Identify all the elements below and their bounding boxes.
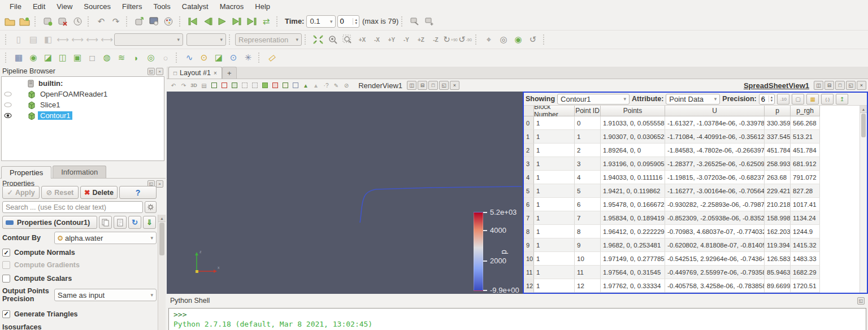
time-value-combo[interactable]: 0.1 ▾	[306, 15, 336, 28]
popout-view-icon[interactable]: ◱	[439, 81, 449, 90]
eye-closed-icon[interactable]	[2, 92, 14, 97]
table-row[interactable]: 1111.90307, 0, 0.0306522-1.71084, -4.409…	[524, 130, 867, 144]
table-cell[interactable]: 1244.9	[791, 225, 820, 238]
table-cell[interactable]: 1	[534, 252, 575, 266]
split-horizontal-icon[interactable]: ◫	[814, 81, 823, 90]
color-legend[interactable]	[474, 212, 483, 291]
clear-selection-icon[interactable]: ⊘	[341, 81, 351, 90]
table-row[interactable]: 101101.97149, 0, 0.277785-0.542515, 2.92…	[524, 252, 867, 266]
table-cell[interactable]: 158.998	[765, 211, 791, 225]
last-frame-icon[interactable]	[244, 15, 259, 28]
table-cell[interactable]: 791.072	[791, 171, 820, 184]
probe-location-icon[interactable]: ◪	[211, 51, 226, 64]
scroll-up-icon[interactable]: ▲	[860, 106, 867, 113]
table-cell[interactable]: -0.930282, -2.25893e-06, -0.798774	[665, 198, 765, 211]
play-icon[interactable]	[215, 15, 229, 28]
open-file-icon[interactable]	[2, 15, 17, 28]
gear-icon[interactable]	[145, 201, 157, 213]
table-cell[interactable]: 4	[575, 171, 601, 184]
table-cell[interactable]: 330.359	[765, 116, 791, 130]
output-points-precision-combo[interactable]: Same as input ▾	[54, 289, 157, 301]
select-block-icon[interactable]	[260, 81, 270, 90]
interactive-select-points-icon[interactable]	[280, 81, 290, 90]
precision-input[interactable]	[760, 95, 769, 103]
column-header-block-number[interactable]: Block Number	[534, 106, 575, 116]
spreadsheet-scrollbar[interactable]: ▲	[860, 106, 867, 293]
table-cell[interactable]: 1	[534, 144, 575, 157]
rotate-90-ccw-icon[interactable]: ↺ -90	[458, 33, 472, 46]
restore-defaults-icon[interactable]: ↻	[128, 216, 141, 229]
edit-scalar-bar-icon[interactable]: ✎	[331, 81, 341, 90]
zoom-to-box-icon[interactable]	[340, 33, 355, 46]
contour-filter-icon[interactable]: ◉	[26, 51, 41, 64]
table-cell[interactable]: 513.21	[791, 130, 820, 144]
spin-arrows[interactable]: ▴▾	[353, 18, 359, 25]
view-plus-z-icon[interactable]: +Z	[414, 33, 428, 46]
view-plus-x-icon[interactable]: +X	[355, 33, 370, 46]
spin-arrows[interactable]: ▴▾	[769, 95, 775, 102]
table-cell[interactable]: -1.16277, -3.00164e-06, -0.705643	[665, 184, 765, 198]
table-cell[interactable]: 1134.24	[791, 211, 820, 225]
paste-properties-icon[interactable]	[114, 216, 127, 229]
table-cell[interactable]: 1.9421, 0, 0.119862	[601, 184, 665, 198]
table-cell[interactable]: -0.449769, 2.55997e-06, -0.793584	[665, 266, 765, 279]
calculator-icon[interactable]: ▦	[11, 51, 26, 64]
table-cell[interactable]: 1.90307, 0, 0.0306522	[601, 130, 665, 144]
tab-properties[interactable]: Properties	[1, 166, 51, 179]
table-cell[interactable]: 1.89264, 0, 0	[601, 144, 665, 157]
table-cell[interactable]: -1.71084, -4.40991e-06, -0.356122	[665, 130, 765, 144]
camera-undo-icon[interactable]: ↶	[168, 81, 179, 90]
table-cell[interactable]: 210.218	[765, 198, 791, 211]
pick-center-icon[interactable]: ◉	[511, 33, 526, 46]
auto-apply-icon[interactable]	[132, 15, 147, 28]
disconnect-server-icon[interactable]	[55, 15, 70, 28]
generate-triangles-row[interactable]: ✓ Generate Triangles	[2, 307, 163, 321]
table-cell[interactable]: -0.620802, 4.81808e-07, -0.814051	[665, 238, 765, 252]
toggle-field-data-icon[interactable]: {.}	[821, 94, 834, 105]
rotate-90-cw-icon[interactable]: ↻ +90	[443, 33, 458, 46]
view-minus-y-icon[interactable]: -Y	[399, 33, 414, 46]
tab-information[interactable]: Information	[53, 166, 106, 178]
table-cell[interactable]: 85.9463	[765, 266, 791, 279]
compute-scalars-row[interactable]: Compute Scalars	[2, 271, 163, 285]
compute-normals-checkbox[interactable]: ✓	[2, 249, 10, 257]
add-layout-tab[interactable]: +	[222, 67, 237, 79]
loop-icon[interactable]: ⇄	[259, 15, 274, 28]
menu-help[interactable]: Help	[250, 1, 275, 12]
view-plus-y-icon[interactable]: +Y	[384, 33, 399, 46]
table-row[interactable]: 121121.97762, 0, 0.33334-0.405758, 3.425…	[524, 279, 867, 293]
table-cell[interactable]: 229.421	[765, 184, 791, 198]
table-cell[interactable]: -0.542515, 2.92964e-06, -0.743645	[665, 252, 765, 266]
menu-catalyst[interactable]: Catalyst	[177, 1, 214, 12]
show-center-icon[interactable]: ◎	[496, 33, 511, 46]
camera-redo-icon[interactable]: ↷	[179, 81, 189, 90]
precision-spinbox[interactable]: ▴▾	[759, 94, 775, 105]
table-cell[interactable]: 1.97149, 0, 0.277785	[601, 252, 665, 266]
menu-sources[interactable]: Sources	[79, 1, 116, 12]
table-row[interactable]: 3131.93196, 0, 0.0959055-1.28377, -3.265…	[524, 157, 867, 171]
save-defaults-icon[interactable]: ⇓	[143, 216, 156, 229]
maximize-view-icon[interactable]: □	[428, 81, 438, 90]
plot-selection-over-time-icon[interactable]: ⊙	[226, 51, 241, 64]
table-row[interactable]: 5151.9421, 0, 0.119862-1.16277, -3.00164…	[524, 184, 867, 198]
hover-query-icon[interactable]: ·?	[321, 81, 331, 90]
table-cell[interactable]: 9	[575, 238, 601, 252]
column-header-p[interactable]: p	[765, 106, 791, 116]
frame-spinbox[interactable]: ▴▾	[337, 15, 359, 28]
table-row[interactable]: 4141.94033, 0, 0.111116-1.19815, -3.0720…	[524, 171, 867, 184]
color-palette-icon[interactable]	[162, 15, 176, 28]
close-icon[interactable]: ×	[156, 68, 163, 75]
select-surface-cells-icon[interactable]	[209, 81, 219, 90]
table-cell[interactable]: -1.61327, -1.03784e-06, -0.339785	[665, 116, 765, 130]
delete-button[interactable]: ✖ Delete	[80, 186, 118, 199]
add-camera-link-icon[interactable]	[422, 15, 437, 28]
search-input[interactable]	[2, 201, 143, 213]
table-cell[interactable]: 162.203	[765, 225, 791, 238]
table-cell[interactable]: 1.93196, 0, 0.0959055	[601, 157, 665, 171]
table-row[interactable]: 6161.95478, 0, 0.166672-0.930282, -2.258…	[524, 198, 867, 211]
table-cell[interactable]: 1017.41	[791, 198, 820, 211]
python-console[interactable]: >>> Python 2.7.18 (default, Mar 8 2021, …	[168, 308, 866, 330]
table-cell[interactable]: 1	[534, 225, 575, 238]
table-cell[interactable]: 1.9682, 0, 0.253481	[601, 238, 665, 252]
table-cell[interactable]: 1	[534, 198, 575, 211]
